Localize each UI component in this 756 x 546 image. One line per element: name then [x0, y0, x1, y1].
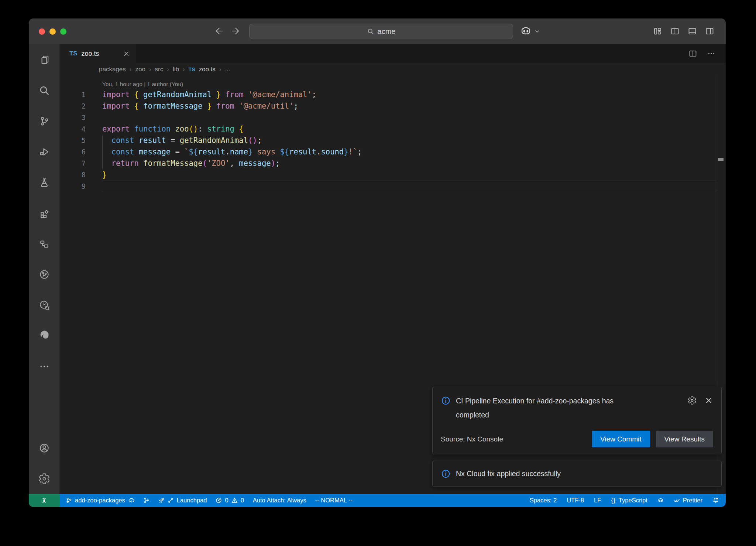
branch-status[interactable]: add-zoo-packages [66, 497, 134, 504]
line-number: 7 [59, 158, 86, 169]
command-center-search[interactable]: acme [249, 24, 513, 39]
formatter-status[interactable]: Prettier [674, 497, 702, 504]
eol-status[interactable]: LF [594, 497, 601, 504]
auto-attach-status[interactable]: Auto Attach: Always [253, 497, 306, 504]
code-line-3[interactable]: 3 [59, 112, 726, 123]
activity-edge-tools[interactable] [29, 320, 59, 351]
breadcrumb-segment[interactable]: packages [99, 66, 126, 73]
close-window-button[interactable] [39, 28, 45, 35]
code-line-4[interactable]: 4export function zoo(): string { [59, 123, 726, 135]
overview-ruler-marker [718, 158, 724, 161]
activity-bar [29, 44, 59, 494]
code-line-2[interactable]: 2import { formatMessage } from '@acme/ut… [59, 100, 726, 112]
code-text: } [102, 169, 107, 181]
copilot-icon [520, 25, 532, 37]
code-line-8[interactable]: 8} [59, 169, 726, 181]
breadcrumb-segment[interactable]: lib [173, 66, 179, 73]
breadcrumb-separator: › [183, 66, 185, 73]
split-editor-button[interactable] [688, 49, 698, 58]
language-status-label: TypeScript [619, 497, 647, 504]
toast-source: Source: Nx Console [441, 435, 503, 443]
close-button[interactable] [704, 396, 713, 406]
back-button[interactable] [214, 26, 225, 37]
activity-accounts[interactable] [29, 433, 59, 463]
language-status[interactable]: {}TypeScript [611, 497, 647, 504]
code-line-6[interactable]: 6 const message = `${result.name} says $… [59, 146, 726, 158]
breadcrumb-file[interactable]: zoo.ts [199, 66, 215, 73]
customize-layout-button[interactable] [653, 26, 663, 36]
split-editor-icon [688, 49, 698, 58]
activity-more[interactable] [29, 351, 59, 382]
breadcrumb: packages›zoo›src›lib›TSzoo.ts›... [59, 63, 726, 76]
notifications-bell[interactable] [712, 497, 719, 504]
zoom-window-button[interactable] [60, 28, 66, 35]
explorer-icon [38, 54, 50, 66]
info-icon [441, 396, 451, 406]
activity-testing[interactable] [29, 167, 59, 198]
activity-source-control[interactable] [29, 106, 59, 136]
toast-header: CI Pipeline Execution for #add-zoo-packa… [441, 394, 713, 422]
toast-toolbar [688, 396, 713, 406]
nx-console-icon [38, 269, 50, 280]
activity-run-and-debug[interactable] [29, 136, 59, 167]
tab-close-button[interactable] [123, 50, 130, 57]
breadcrumb-symbol[interactable]: ... [225, 66, 230, 73]
gear-button[interactable] [688, 396, 697, 406]
braces-icon: {} [611, 497, 616, 504]
problems-status[interactable]: 00 [216, 497, 244, 504]
activity-extensions[interactable] [29, 198, 59, 228]
launchpad-status-label: Launchpad [177, 497, 207, 504]
rocket-icon [158, 497, 165, 504]
activity-explorer[interactable] [29, 44, 59, 75]
code-line-7[interactable]: 7 return formatMessage('ZOO', message); [59, 158, 726, 169]
git-branch-icon [66, 497, 72, 504]
toast-actions: View CommitView Results [592, 431, 713, 447]
code-line-1[interactable]: 1import { getRandomAnimal } from '@acme/… [59, 89, 726, 100]
copilot-menu-button[interactable] [520, 25, 540, 37]
remote-indicator[interactable] [29, 494, 59, 507]
commit-graph-status[interactable] [143, 497, 150, 504]
vim-mode-status[interactable]: -- NORMAL -- [315, 497, 353, 504]
line-number: 5 [59, 135, 86, 146]
minimize-window-button[interactable] [49, 28, 56, 35]
gitlens-icon [38, 299, 50, 311]
activity-nx-console[interactable] [29, 259, 59, 290]
toggle-panel-button[interactable] [687, 26, 697, 36]
double-check-icon [674, 497, 680, 504]
forward-button[interactable] [230, 26, 241, 37]
more-actions-button[interactable] [707, 49, 716, 58]
editor-actions [688, 44, 716, 63]
view-commit-button[interactable]: View Commit [592, 431, 650, 447]
copilot-status[interactable] [657, 497, 664, 504]
accounts-icon [38, 442, 50, 454]
gitlens-codelens[interactable]: You, 1 hour ago | 1 author (You) [102, 79, 183, 89]
activity-settings[interactable] [29, 463, 59, 494]
breadcrumb-segment[interactable]: zoo [135, 66, 145, 73]
toggle-secondary-sidebar-button[interactable] [705, 26, 715, 36]
indentation-status[interactable]: Spaces: 2 [530, 497, 557, 504]
code-line-5[interactable]: 5 const result = getRandomAnimal(); [59, 135, 726, 146]
launchpad-status[interactable]: Launchpad [158, 497, 207, 504]
error-icon [216, 497, 222, 504]
status-bar: add-zoo-packagesLaunchpad00Auto Attach: … [29, 494, 726, 507]
gear-icon [688, 396, 697, 405]
arrow-right-icon [230, 26, 241, 36]
activity-gitlens[interactable] [29, 290, 59, 320]
breadcrumb-separator: › [219, 66, 221, 73]
code-lines: 1import { getRandomAnimal } from '@acme/… [59, 89, 726, 192]
line-number: 1 [59, 89, 86, 100]
vim-mode-status-label: -- NORMAL -- [315, 497, 353, 504]
encoding-status[interactable]: UTF-8 [567, 497, 584, 504]
activity-search[interactable] [29, 75, 59, 106]
toast-message: Nx Cloud fix applied successfully [456, 470, 561, 478]
bell-dot-icon [712, 497, 719, 504]
breadcrumb-segment[interactable]: src [155, 66, 164, 73]
breadcrumb-separator: › [167, 66, 169, 73]
activity-remote-explorer[interactable] [29, 228, 59, 259]
settings-icon [38, 473, 50, 485]
remote-explorer-icon [38, 238, 50, 250]
toggle-primary-sidebar-button[interactable] [670, 26, 680, 36]
tab-zoo-ts[interactable]: TS zoo.ts [59, 44, 136, 63]
view-results-button[interactable]: View Results [656, 431, 713, 447]
source-control-icon [38, 115, 50, 127]
